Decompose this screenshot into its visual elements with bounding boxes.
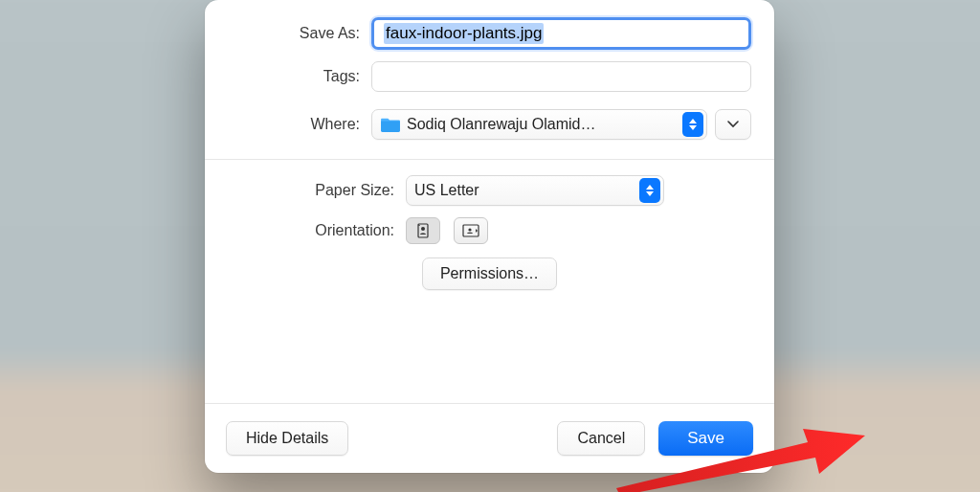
where-folder-popup[interactable]: Sodiq Olanrewaju Olamid… bbox=[371, 109, 707, 140]
landscape-icon bbox=[461, 223, 480, 238]
filename-text: faux-indoor-plants.jpg bbox=[384, 23, 544, 44]
chevron-down-icon bbox=[727, 121, 739, 128]
folder-icon bbox=[380, 116, 401, 133]
tags-label: Tags: bbox=[228, 68, 371, 85]
where-folder-name: Sodiq Olanrewaju Olamid… bbox=[407, 116, 682, 133]
orientation-landscape-button[interactable] bbox=[454, 217, 488, 244]
paper-size-label: Paper Size: bbox=[228, 182, 406, 199]
portrait-icon bbox=[414, 222, 432, 239]
save-as-input[interactable]: faux-indoor-plants.jpg bbox=[371, 17, 751, 50]
paper-size-value: US Letter bbox=[414, 182, 639, 199]
orientation-portrait-button[interactable] bbox=[406, 217, 440, 244]
save-as-label: Save As: bbox=[228, 25, 371, 42]
expand-browser-button[interactable] bbox=[715, 109, 751, 140]
permissions-button[interactable]: Permissions… bbox=[422, 257, 557, 290]
tags-input[interactable] bbox=[371, 61, 751, 92]
where-label: Where: bbox=[228, 116, 371, 133]
save-dialog: Save As: faux-indoor-plants.jpg Tags: Wh… bbox=[205, 0, 774, 473]
dialog-footer: Hide Details Cancel Save bbox=[205, 403, 774, 473]
svg-point-1 bbox=[421, 227, 425, 231]
updown-arrows-icon bbox=[682, 112, 703, 137]
svg-point-3 bbox=[468, 228, 471, 231]
paper-size-popup[interactable]: US Letter bbox=[406, 175, 664, 206]
hide-details-button[interactable]: Hide Details bbox=[226, 421, 348, 456]
save-button[interactable]: Save bbox=[658, 421, 753, 456]
orientation-label: Orientation: bbox=[228, 222, 406, 239]
updown-arrows-icon bbox=[639, 178, 660, 203]
cancel-button[interactable]: Cancel bbox=[557, 421, 645, 456]
